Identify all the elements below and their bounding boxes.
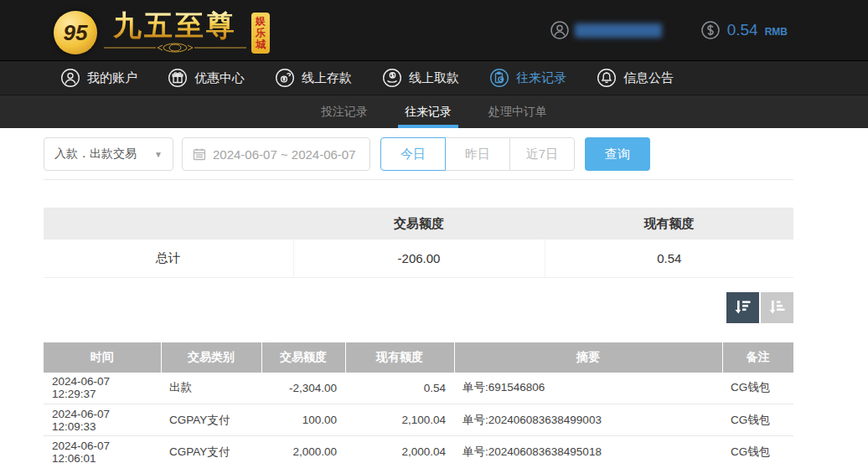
records-table: 时间 交易类别 交易额度 现有额度 摘要 备注 2024-06-07 12:29… — [44, 342, 793, 463]
account-icon — [60, 68, 80, 88]
nav-item-promotions[interactable]: 优惠中心 — [168, 68, 245, 88]
logo-flourish-icon — [104, 43, 246, 53]
user-icon — [550, 20, 570, 40]
cell-type: CGPAY支付 — [161, 436, 261, 463]
cell-time: 2024-06-07 12:09:33 — [44, 404, 161, 436]
calendar-icon — [193, 147, 206, 161]
user-chip[interactable] — [550, 20, 662, 40]
cell-type: 出款 — [161, 373, 261, 404]
promo-icon — [168, 68, 188, 88]
site-logo[interactable]: 95 九五至尊 娱 乐 城 — [54, 6, 270, 54]
nav-item-deposit[interactable]: 线上存款 — [275, 68, 352, 88]
top-header: 95 九五至尊 娱 乐 城 — [0, 0, 868, 60]
summary-header-empty — [44, 208, 293, 239]
cell-time: 2024-06-07 12:06:01 — [44, 436, 161, 463]
col-header-amount: 交易额度 — [261, 342, 345, 373]
nav-label: 线上存款 — [302, 70, 352, 86]
balance-display[interactable]: 0.54 RMB — [700, 20, 788, 40]
sort-descending-button[interactable] — [726, 292, 759, 323]
nav-label: 优惠中心 — [194, 70, 245, 86]
cell-amount: 100.00 — [261, 404, 345, 436]
logo-95-icon: 95 — [54, 11, 97, 54]
logo-badge: 娱 乐 城 — [251, 13, 270, 54]
logo-title: 九五至尊 — [113, 9, 237, 41]
nav-label: 往来记录 — [516, 70, 566, 86]
today-button[interactable]: 今日 — [380, 137, 446, 171]
transaction-type-value: 入款．出款交易 — [54, 147, 137, 162]
summary-total-row: 总计 -206.00 0.54 — [44, 239, 793, 277]
nav-item-my-account[interactable]: 我的账户 — [60, 68, 137, 88]
sort-ascending-button[interactable] — [761, 292, 793, 323]
cell-amount: -2,304.00 — [261, 373, 345, 404]
nav-label: 线上取款 — [409, 70, 459, 86]
cell-note: CG钱包 — [722, 373, 793, 404]
query-button[interactable]: 查询 — [585, 137, 650, 171]
table-row: 2024-06-07 12:29:37 出款 -2,304.00 0.54 单号… — [44, 373, 793, 404]
cell-amount: 2,000.00 — [261, 436, 345, 463]
money-icon — [700, 20, 721, 40]
records-header-row: 时间 交易类别 交易额度 现有额度 摘要 备注 — [44, 342, 793, 373]
summary-total-label: 总计 — [44, 239, 293, 277]
sort-desc-icon — [733, 297, 753, 317]
cell-balance: 2,100.04 — [345, 404, 454, 436]
filter-divider — [44, 179, 793, 180]
sub-tabs: 投注记录 往来记录 处理中订单 — [0, 95, 868, 128]
tab-bet-records[interactable]: 投注记录 — [314, 95, 375, 128]
summary-table: 交易额度 现有额度 总计 -206.00 0.54 — [44, 208, 793, 278]
sort-controls — [44, 292, 793, 323]
tab-transaction-records[interactable]: 往来记录 — [398, 95, 458, 128]
cell-note: CG钱包 — [722, 436, 793, 463]
deposit-icon — [275, 68, 295, 88]
nav-item-announcements[interactable]: 信息公告 — [597, 68, 674, 88]
sort-asc-icon — [767, 297, 788, 317]
date-range-value: 2024-06-07 ~ 2024-06-07 — [213, 147, 356, 162]
cell-type: CGPAY支付 — [161, 404, 261, 436]
nav-label: 信息公告 — [623, 70, 674, 86]
summary-header-current-balance: 现有额度 — [545, 208, 793, 239]
filter-row: 入款．出款交易 ▼ 2024-06-07 ~ 2024-06-07 今日 昨日 … — [44, 137, 793, 171]
cell-summary: 单号:202406083638499003 — [454, 404, 722, 436]
cell-note: CG钱包 — [722, 404, 793, 436]
table-row: 2024-06-07 12:09:33 CGPAY支付 100.00 2,100… — [44, 404, 793, 436]
table-row: 2024-06-07 12:06:01 CGPAY支付 2,000.00 2,0… — [44, 436, 793, 463]
col-header-note: 备注 — [722, 342, 793, 373]
username-redacted — [575, 23, 662, 38]
cell-summary: 单号:202406083638495018 — [454, 436, 722, 463]
transaction-type-select[interactable]: 入款．出款交易 ▼ — [44, 137, 173, 171]
balance-currency: RMB — [765, 26, 788, 38]
last7days-button[interactable]: 近7日 — [509, 137, 575, 171]
main-nav: 我的账户 优惠中心 线上存款 线上取款 往来记录 — [0, 60, 868, 95]
records-icon — [489, 68, 509, 88]
cell-summary: 单号:691546806 — [454, 373, 722, 404]
col-header-summary: 摘要 — [454, 342, 722, 373]
balance-amount: 0.54 — [727, 21, 758, 39]
announcement-icon — [597, 68, 617, 88]
nav-item-transaction-records[interactable]: 往来记录 — [489, 68, 566, 88]
nav-label: 我的账户 — [87, 70, 137, 86]
col-header-time: 时间 — [44, 342, 161, 373]
date-range-input[interactable]: 2024-06-07 ~ 2024-06-07 — [182, 137, 370, 171]
yesterday-button[interactable]: 昨日 — [445, 137, 510, 171]
quick-date-group: 今日 昨日 近7日 — [380, 137, 575, 171]
content-area: 入款．出款交易 ▼ 2024-06-07 ~ 2024-06-07 今日 昨日 … — [44, 137, 793, 463]
summary-total-transaction-amount: -206.00 — [293, 239, 545, 277]
tab-processing-orders[interactable]: 处理中订单 — [482, 95, 554, 128]
cell-time: 2024-06-07 12:29:37 — [44, 373, 161, 404]
chevron-down-icon: ▼ — [154, 150, 163, 159]
cell-balance: 0.54 — [345, 373, 454, 404]
summary-header-transaction-amount: 交易额度 — [293, 208, 545, 239]
cell-balance: 2,000.04 — [345, 436, 454, 463]
col-header-balance: 现有额度 — [345, 342, 454, 373]
col-header-type: 交易类别 — [161, 342, 261, 373]
summary-total-current-balance: 0.54 — [545, 239, 793, 277]
summary-header-row: 交易额度 现有额度 — [44, 208, 793, 239]
withdraw-icon — [382, 68, 402, 88]
nav-item-withdraw[interactable]: 线上取款 — [382, 68, 459, 88]
